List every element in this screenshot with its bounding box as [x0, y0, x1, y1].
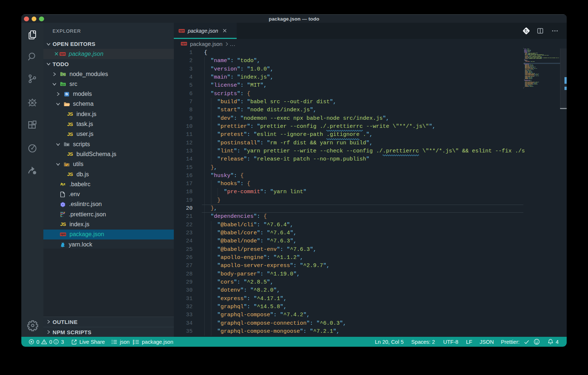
svg-text:JS: JS: [62, 74, 64, 76]
svg-text:</>: </>: [61, 83, 65, 86]
